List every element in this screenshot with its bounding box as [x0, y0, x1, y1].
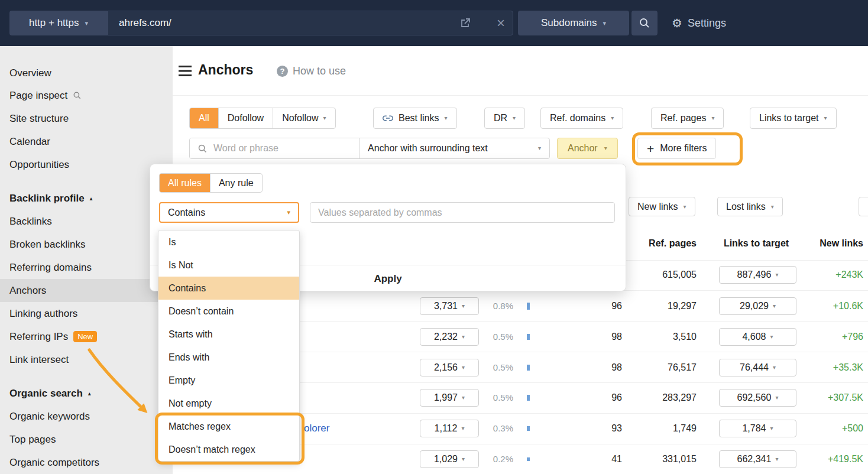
page-title: Anchors [198, 62, 253, 78]
sidebar-item-site-structure[interactable]: Site structure [0, 107, 173, 130]
ref-pages-value: 3,510 [637, 328, 697, 346]
caret-down-icon: ▾ [824, 115, 827, 121]
sidebar-item-broken-backlinks[interactable]: Broken backlinks [0, 233, 173, 256]
links-to-target-dropdown[interactable]: 29,029 ▾ [719, 297, 796, 315]
operator-option-starts-with[interactable]: Starts with [158, 323, 299, 346]
links-to-target-dropdown[interactable]: 1,784 ▾ [719, 420, 796, 437]
phrase-search-control: Anchor with surrounding text ▾ [189, 138, 550, 159]
sidebar-item-opportunities[interactable]: Opportunities [0, 153, 173, 176]
protocol-dropdown-label: http + https [29, 17, 79, 29]
menu-icon[interactable] [179, 66, 192, 76]
operator-option-empty[interactable]: Empty [158, 369, 299, 392]
links-to-target-dropdown[interactable]: 76,444 ▾ [719, 359, 796, 376]
filter-dofollow[interactable]: Dofollow [218, 108, 273, 128]
protocol-dropdown[interactable]: http + https ▾ [9, 11, 108, 35]
percent-bar [527, 334, 530, 340]
new-links-dropdown[interactable]: New links ▾ [629, 197, 695, 216]
ref-pages-filter-dropdown[interactable]: Ref. pages ▾ [651, 108, 724, 129]
search-icon [197, 144, 208, 154]
operator-select[interactable]: Contains ▾ [159, 202, 299, 223]
column-header-new-links: New links [812, 238, 863, 249]
rules-tab-group: All rules Any rule [159, 173, 263, 193]
dr-filter-dropdown[interactable]: DR ▾ [484, 108, 525, 129]
table-row: 1,997 ▾ 0.5% 96 283,297 692,560 ▾ +307.5… [0, 389, 868, 407]
operator-option-matches-regex[interactable]: Matches regex [158, 415, 299, 438]
caret-down-icon: ▾ [462, 365, 465, 371]
ref-domains-filter-dropdown[interactable]: Ref. domains ▾ [540, 108, 623, 129]
filter-all[interactable]: All [190, 108, 218, 128]
table-row: 3,731 ▾ 0.8% 96 19,297 29,029 ▾ +10.6K [0, 297, 868, 315]
caret-down-icon: ▾ [771, 204, 774, 210]
tab-all-rules[interactable]: All rules [160, 174, 210, 192]
caret-down-icon: ▾ [462, 334, 465, 340]
settings-button[interactable]: ⚙ Settings [672, 11, 726, 35]
scope-dropdown[interactable]: Subdomains ▾ [518, 11, 629, 35]
operator-option-is[interactable]: Is [158, 230, 299, 254]
caret-down-icon: ▾ [538, 145, 541, 151]
operator-option-ends-with[interactable]: Ends with [158, 346, 299, 369]
values-input[interactable] [310, 202, 615, 223]
tab-any-rule[interactable]: Any rule [210, 174, 262, 192]
operator-option-doesnt-contain[interactable]: Doesn’t contain [158, 300, 299, 323]
sidebar-item-overview[interactable]: Overview [0, 61, 173, 85]
sidebar-item-backlinks[interactable]: Backlinks [0, 210, 173, 233]
percent-value: 0.5% [481, 328, 513, 346]
caret-down-icon: ▾ [462, 456, 465, 462]
anchor-mode-dropdown[interactable]: Anchor with surrounding text ▾ [359, 138, 549, 158]
sidebar-item-calendar[interactable]: Calendar [0, 130, 173, 153]
open-external-icon[interactable] [459, 17, 472, 30]
caret-down-icon: ▾ [462, 303, 465, 309]
clear-url-icon[interactable]: × [494, 17, 507, 30]
percent-bar [527, 303, 530, 310]
ref-pages-value: 19,297 [637, 297, 697, 315]
caret-down-icon: ▾ [775, 395, 778, 401]
anchor-filter-dropdown[interactable]: Anchor ▾ [557, 138, 618, 159]
percent-value: 0.8% [481, 297, 513, 315]
operator-option-is-not[interactable]: Is Not [158, 254, 299, 277]
links-to-target-dropdown[interactable]: 4,608 ▾ [719, 328, 796, 346]
table-row: 2,232 ▾ 0.5% 98 3,510 4,608 ▾ +796 [0, 328, 868, 346]
caret-down-icon: ▾ [611, 115, 614, 121]
sidebar-section-label: Backlink profile [9, 193, 85, 204]
lost-links-dropdown[interactable]: Lost links ▾ [717, 197, 783, 216]
ref-pages-value: 1,749 [637, 420, 697, 437]
filter-nofollow-dropdown[interactable]: Nofollow ▾ [273, 108, 335, 128]
count-dropdown[interactable]: 3,731 ▾ [420, 297, 479, 315]
caret-down-icon: ▾ [604, 145, 607, 151]
caret-down-icon: ▾ [775, 456, 778, 462]
target-url-input[interactable] [108, 11, 513, 35]
percent-value: 0.3% [481, 420, 513, 437]
operator-option-not-empty[interactable]: Not empty [158, 392, 299, 415]
count-dropdown[interactable]: 1,997 ▾ [420, 389, 479, 407]
header-divider [173, 95, 868, 96]
cut-off-button[interactable] [859, 197, 868, 216]
count-dropdown[interactable]: 2,156 ▾ [420, 359, 479, 376]
ref-pages-value: 615,005 [637, 266, 697, 284]
percent-bar [527, 395, 530, 401]
more-filters-button[interactable]: + More filters [637, 138, 716, 159]
dr-value: 93 [589, 420, 622, 437]
settings-label: Settings [688, 17, 726, 30]
search-button[interactable] [631, 11, 658, 35]
links-to-target-filter-dropdown[interactable]: Links to target ▾ [750, 108, 837, 129]
phrase-search-input[interactable] [190, 138, 359, 158]
operator-option-contains[interactable]: Contains [158, 277, 299, 300]
sidebar-item-label: Backlinks [9, 216, 52, 228]
sidebar-section-backlink-profile[interactable]: Backlink profile ▴ [0, 187, 173, 210]
caret-down-icon: ▾ [711, 115, 714, 121]
best-links-dropdown[interactable]: Best links ▾ [373, 108, 457, 129]
table-row: olorer 1,112 ▾ 0.3% 93 1,749 1,784 ▾ +50… [0, 420, 868, 437]
operator-option-doesnt-match-regex[interactable]: Doesn’t match regex [158, 438, 299, 461]
ref-pages-value: 76,517 [637, 359, 697, 376]
links-to-target-dropdown[interactable]: 887,496 ▾ [719, 266, 796, 284]
how-to-use-link[interactable]: ? How to use [277, 65, 346, 77]
new-links-value: +419.5K [812, 450, 863, 468]
count-dropdown[interactable]: 1,112 ▾ [420, 420, 479, 437]
sidebar-item-page-inspect[interactable]: Page inspect [0, 84, 173, 107]
sidebar-item-label: Broken backlinks [9, 239, 86, 251]
anchor-link-fragment[interactable]: olorer [304, 420, 329, 437]
count-dropdown[interactable]: 1,029 ▾ [420, 450, 479, 468]
count-dropdown[interactable]: 2,232 ▾ [420, 328, 479, 346]
links-to-target-dropdown[interactable]: 662,341 ▾ [719, 450, 796, 468]
links-to-target-dropdown[interactable]: 692,560 ▾ [719, 389, 796, 407]
